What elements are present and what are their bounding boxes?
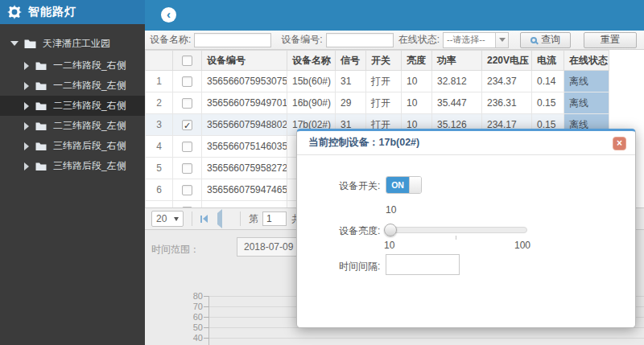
prev-page-button[interactable]	[217, 213, 222, 224]
table-cell: 356566075953070	[202, 201, 287, 208]
table-cell: 356566075948802	[202, 114, 287, 136]
row-checkbox[interactable]: ✓	[182, 120, 192, 130]
prev-page-icon	[217, 209, 222, 228]
gear-icon	[7, 5, 22, 19]
tree-item[interactable]: 三纬路后段_右侧	[0, 136, 145, 156]
toggle-knob	[409, 177, 421, 193]
folder-icon	[35, 121, 47, 131]
tree-root-node[interactable]: 天津潘庄工业园	[0, 35, 145, 52]
table-cell: 15b(60#)	[287, 71, 336, 92]
column-header: 设备编号	[202, 51, 287, 71]
back-button[interactable]: ‹	[161, 7, 176, 23]
chevron-left-icon: ‹	[167, 7, 171, 21]
query-button[interactable]: 查询	[520, 32, 571, 48]
table-row[interactable]: 235656607594970116b(90#)29打开1035.447236.…	[146, 92, 609, 114]
slider-scale: 10 100	[384, 240, 530, 251]
modal-header: 当前控制设备：17b(02#)	[297, 131, 635, 155]
table-cell	[173, 92, 202, 114]
slider-thumb[interactable]	[384, 224, 397, 236]
app-title: 智能路灯	[28, 5, 76, 19]
table-cell: 打开	[366, 71, 402, 92]
caret-right-icon	[24, 82, 29, 90]
column-header: 功率	[432, 51, 482, 71]
caret-right-icon	[24, 102, 29, 110]
row-checkbox[interactable]	[182, 185, 192, 195]
y-axis-tick-label: 60	[145, 312, 203, 322]
table-cell: 5	[146, 158, 173, 179]
row-checkbox[interactable]	[182, 76, 192, 87]
folder-icon	[35, 101, 47, 111]
slider-min-label: 10	[384, 240, 394, 251]
status-cell: 离线	[564, 71, 609, 92]
caret-right-icon	[24, 142, 29, 150]
column-header: 在线状态	[564, 51, 609, 71]
select-all-header	[173, 51, 202, 71]
tree-item[interactable]: 三纬路后段_左侧	[0, 156, 145, 176]
online-status-selected-value: --请选择--	[444, 34, 495, 46]
table-cell: 32.812	[432, 71, 482, 92]
table-cell: 3	[146, 114, 173, 136]
sidebar: 智能路灯 天津潘庄工业园 一二纬路段_右侧一二纬路段_左侧二三纬路段_右侧二三纬…	[0, 0, 145, 345]
table-cell: 356566075146035	[202, 136, 287, 158]
column-header: 信号	[336, 51, 366, 71]
device-switch-toggle[interactable]: ON	[386, 176, 422, 194]
table-cell: 356566075958272	[202, 158, 287, 179]
row-checkbox[interactable]	[182, 163, 192, 174]
time-range-label: 时间范围：	[151, 243, 200, 257]
column-header: 220V电压	[482, 51, 532, 71]
table-cell: 356566075949701	[202, 92, 287, 114]
tree-item-label: 一二纬路段_左侧	[53, 79, 126, 92]
gridline	[209, 338, 644, 339]
table-cell	[173, 179, 202, 201]
caret-right-icon	[24, 62, 29, 70]
online-status-select[interactable]: --请选择--	[443, 32, 509, 48]
folder-icon	[35, 61, 47, 71]
table-cell: 4	[146, 136, 173, 158]
device-id-input[interactable]	[326, 33, 394, 47]
row-number-header	[146, 51, 173, 71]
table-cell: 0.15	[532, 92, 564, 114]
table-cell: 0.14	[532, 71, 564, 92]
tree-item-label: 三纬路后段_右侧	[53, 139, 126, 153]
reset-button[interactable]: 重置	[584, 32, 637, 48]
page-size-select[interactable]: 20	[151, 211, 184, 227]
chevron-down-icon	[495, 33, 508, 47]
row-checkbox[interactable]	[182, 142, 192, 152]
tree-item[interactable]: 一二纬路段_左侧	[0, 76, 145, 96]
time-interval-input[interactable]	[386, 254, 460, 275]
column-header: 设备名称	[287, 51, 336, 71]
column-header: 电流	[532, 51, 564, 71]
table-cell: 234.37	[482, 71, 532, 92]
tree-root-label: 天津潘庄工业园	[43, 37, 110, 51]
slider-max-label: 100	[514, 240, 530, 251]
table-cell: 16b(90#)	[287, 92, 336, 114]
device-name-label: 设备名称:	[150, 33, 191, 47]
row-checkbox[interactable]	[182, 98, 192, 109]
table-cell: ✓	[173, 114, 202, 136]
tree-item[interactable]: 二三纬路段_右侧	[0, 96, 145, 116]
modal-title: 当前控制设备：17b(02#)	[308, 136, 419, 150]
app-root: ‹ 智能路灯 天津潘庄工业园 一二纬路段_右侧一二纬路段_左侧二三纬路段_右侧二…	[0, 0, 644, 345]
search-icon	[530, 37, 537, 43]
first-page-icon	[203, 215, 208, 223]
table-cell: 10	[402, 71, 432, 92]
table-row[interactable]: 135656607595307515b(60#)31打开1032.812234.…	[146, 71, 609, 92]
first-page-button[interactable]	[200, 215, 208, 223]
column-header: 开关	[366, 51, 402, 71]
table-cell: 35.447	[432, 92, 482, 114]
device-name-input[interactable]	[194, 33, 271, 47]
divider	[240, 212, 241, 226]
close-icon[interactable]: ×	[613, 137, 626, 150]
brightness-current-value: 10	[386, 204, 396, 216]
page-number-input[interactable]	[262, 212, 287, 226]
tree-item-label: 三纬路后段_左侧	[53, 159, 126, 173]
tree-item[interactable]: 二三纬路段_左侧	[0, 116, 145, 136]
status-cell: 离线	[564, 92, 609, 114]
main-header: ‹	[145, 0, 644, 31]
brightness-slider[interactable]	[386, 227, 527, 233]
select-all-checkbox[interactable]	[182, 55, 192, 66]
folder-open-icon	[24, 39, 36, 49]
table-cell	[173, 158, 202, 179]
axis-tick-mark	[204, 338, 208, 339]
tree-item[interactable]: 一二纬路段_右侧	[0, 55, 145, 76]
